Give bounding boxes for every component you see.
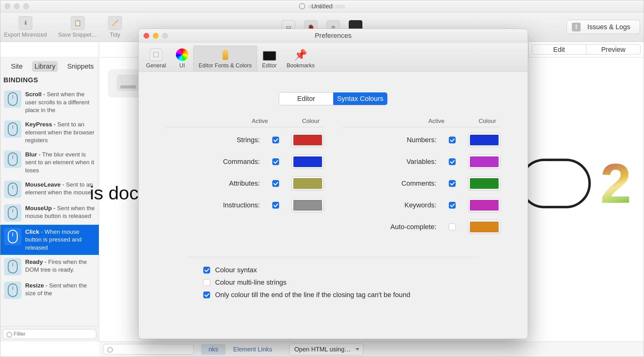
option-label: Colour syntax bbox=[215, 266, 257, 274]
preview-tab[interactable]: Preview bbox=[586, 45, 641, 54]
sidebar-item-mouseup[interactable]: MouseUp - Sent when the mouse button is … bbox=[0, 201, 99, 225]
sidebar-item-dash: - bbox=[44, 259, 48, 265]
active-checkbox[interactable] bbox=[449, 158, 456, 165]
active-checkbox[interactable] bbox=[449, 224, 456, 230]
head-colour: Colour bbox=[479, 118, 496, 124]
sidebar-item-text: Scroll - Sent when the user scrolls to a… bbox=[25, 90, 95, 114]
colour-swatch[interactable] bbox=[468, 155, 500, 169]
sidebar-item-text: Resize - Sent when the size of the bbox=[25, 282, 95, 297]
minimize-icon[interactable] bbox=[14, 3, 20, 9]
colour-swatch[interactable] bbox=[468, 176, 500, 191]
issues-logs-button[interactable]: ! Issues & Logs bbox=[567, 20, 640, 34]
sidebar-item-title: Ready bbox=[25, 259, 43, 265]
bottom-bar: nks Element Links Open HTML using… bbox=[99, 341, 644, 357]
prefs-titlebar: Preferences bbox=[139, 29, 528, 43]
export-minimized-button[interactable]: ⬇ Export Minimized bbox=[4, 16, 47, 38]
colour-swatch[interactable] bbox=[292, 198, 324, 212]
color-wheel-icon bbox=[176, 48, 188, 61]
prefs-segment: Editor Syntax Colours bbox=[279, 92, 388, 105]
sidebar-item-scroll[interactable]: Scroll - Sent when the user scrolls to a… bbox=[0, 87, 99, 117]
colour-swatch[interactable] bbox=[468, 198, 500, 212]
sidebar-item-blur[interactable]: Blur - The blur event is sent to an elem… bbox=[0, 147, 99, 178]
active-checkbox[interactable] bbox=[272, 202, 279, 209]
colour-col-left: Active Colour Strings: Commands: Attribu… bbox=[166, 118, 324, 242]
colour-swatch[interactable] bbox=[468, 220, 500, 234]
bottom-tab-element-links[interactable]: Element Links bbox=[233, 346, 272, 353]
prefs-tab-label: Bookmarks bbox=[287, 62, 315, 69]
colour-swatch[interactable] bbox=[292, 133, 324, 147]
colour-swatch[interactable] bbox=[292, 155, 324, 169]
save-snippet-button[interactable]: 📋 Save Snippet… bbox=[58, 16, 97, 38]
tab-snippets[interactable]: Snippets bbox=[65, 61, 96, 72]
prefs-tab-label: UI bbox=[179, 62, 185, 69]
colour-label: Comments: bbox=[343, 179, 436, 188]
segment-editor[interactable]: Editor bbox=[279, 93, 333, 105]
option-checkbox[interactable] bbox=[203, 267, 210, 273]
edit-tab[interactable]: Edit bbox=[532, 45, 586, 54]
sidebar-item-resize[interactable]: Resize - Sent when the size of the bbox=[0, 278, 99, 302]
option-checkbox[interactable] bbox=[203, 279, 210, 286]
bottom-search-input[interactable] bbox=[104, 344, 194, 355]
sidebar-item-text: Click - When mouse button is pressed and… bbox=[25, 228, 95, 252]
tab-site[interactable]: Site bbox=[8, 61, 25, 72]
prefs-tab-bookmarks[interactable]: 📌 Bookmarks bbox=[282, 46, 320, 71]
hero-number: 2 bbox=[600, 151, 631, 215]
active-checkbox[interactable] bbox=[272, 158, 279, 165]
active-checkbox[interactable] bbox=[449, 180, 456, 187]
active-checkbox[interactable] bbox=[272, 137, 279, 143]
close-icon[interactable] bbox=[144, 33, 149, 38]
tidy-button[interactable]: 🧹 Tidy bbox=[108, 16, 122, 38]
main-traffic-lights bbox=[0, 3, 29, 9]
sidebar-item-title: KeyPress bbox=[25, 121, 52, 128]
colour-swatch[interactable] bbox=[468, 133, 500, 147]
active-checkbox[interactable] bbox=[272, 180, 279, 187]
pill-outline-icon bbox=[519, 159, 591, 208]
sidebar-item-title: MouseLeave bbox=[25, 181, 61, 188]
sidebar-item-title: MouseUp bbox=[25, 205, 52, 211]
option-row: Colour syntax bbox=[203, 266, 500, 274]
download-icon: ⬇ bbox=[19, 16, 32, 30]
open-html-select[interactable]: Open HTML using… bbox=[289, 344, 364, 355]
prefs-tab-label: Editor Fonts & Colors bbox=[199, 62, 252, 69]
sidebar-item-mouseleave[interactable]: MouseLeave - Sent to an element when the… bbox=[0, 178, 99, 201]
preferences-window: Preferences General UI Editor Fonts & Co… bbox=[138, 29, 528, 339]
head-active: Active bbox=[428, 118, 444, 124]
sidebar-filter bbox=[0, 326, 99, 341]
prefs-tab-general[interactable]: General bbox=[141, 46, 171, 71]
prefs-tab-fonts-colors[interactable]: Editor Fonts & Colors bbox=[193, 46, 257, 71]
prefs-traffic-lights bbox=[139, 33, 168, 38]
option-label: Only colour till the end of the line if … bbox=[215, 291, 410, 299]
filter-input[interactable] bbox=[3, 329, 96, 339]
prefs-tab-ui[interactable]: UI bbox=[171, 46, 193, 71]
toolbar-right-group: ! Issues & Logs bbox=[567, 20, 640, 34]
bottom-tab-active[interactable]: nks bbox=[201, 344, 226, 355]
prefs-tab-editor[interactable]: Editor bbox=[257, 48, 282, 71]
sidebar-tabs: Site Library Snippets bbox=[0, 58, 99, 74]
gear-icon bbox=[150, 48, 162, 61]
option-row: Only colour till the end of the line if … bbox=[203, 291, 500, 299]
tb-label: Tidy bbox=[110, 32, 120, 38]
sidebar-item-text: MouseUp - Sent when the mouse button is … bbox=[25, 204, 95, 220]
clock-icon bbox=[299, 3, 305, 9]
tab-library[interactable]: Library bbox=[32, 61, 58, 72]
colour-row-instructions: Instructions: bbox=[166, 198, 324, 212]
colour-row-variables: Variables: bbox=[343, 155, 500, 169]
binding-icon bbox=[4, 204, 21, 222]
option-checkbox[interactable] bbox=[203, 291, 210, 298]
warning-icon: ! bbox=[572, 23, 581, 31]
minimize-icon[interactable] bbox=[153, 33, 159, 38]
sidebar-item-keypress[interactable]: KeyPress - Sent to an element when the b… bbox=[0, 117, 99, 147]
sidebar-item-click[interactable]: Click - When mouse button is pressed and… bbox=[0, 225, 99, 255]
segment-syntax-colours[interactable]: Syntax Colours bbox=[333, 93, 387, 105]
active-checkbox[interactable] bbox=[449, 202, 456, 209]
zoom-icon[interactable] bbox=[162, 33, 168, 38]
colour-row-comments: Comments: bbox=[343, 176, 500, 191]
colour-swatch[interactable] bbox=[292, 176, 324, 191]
active-checkbox[interactable] bbox=[449, 137, 456, 143]
sidebar-item-ready[interactable]: Ready - Fires when the DOM tree is ready… bbox=[0, 255, 99, 278]
sidebar-item-dash: - bbox=[53, 205, 57, 211]
option-label: Colour multi-line strings bbox=[215, 278, 287, 287]
zoom-icon[interactable] bbox=[23, 3, 29, 9]
sidebar-item-title: Resize bbox=[25, 282, 44, 289]
close-icon[interactable] bbox=[5, 3, 10, 9]
